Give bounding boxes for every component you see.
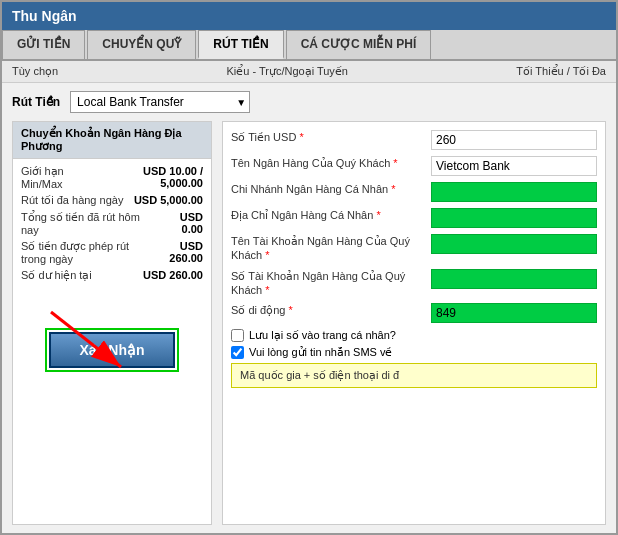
info-value-1: USD 10.00 / 5,000.00 xyxy=(103,165,203,190)
checkbox-luu-lai: Lưu lại số vào trang cá nhân? xyxy=(231,329,597,342)
input-so-tai-khoan[interactable] xyxy=(431,269,597,289)
confirm-button-container: Xác Nhận xyxy=(21,332,203,368)
rut-tien-row: Rút Tiền Local Bank Transfer ▼ xyxy=(12,91,606,113)
info-row-4: Số tiền được phép rút trong ngày USD 260… xyxy=(21,240,203,265)
info-row-2: Rút tối đa hàng ngày USD 5,000.00 xyxy=(21,194,203,207)
main-window: Thu Ngân GỬI TIỀN CHUYỂN QUỸ RÚT TIỀN CÁ… xyxy=(0,0,618,535)
tab-gui-tien[interactable]: GỬI TIỀN xyxy=(2,30,85,59)
label-ten-tai-khoan: Tên Tài Khoản Ngân Hàng Của Quý Khách * xyxy=(231,234,431,263)
checkbox-luu-lai-label: Lưu lại số vào trang cá nhân? xyxy=(249,329,396,342)
tab-chuyen-quy[interactable]: CHUYỂN QUỸ xyxy=(87,30,196,59)
confirm-area: Xác Nhận xyxy=(21,332,203,368)
form-row-so-tai-khoan: Số Tài Khoản Ngân Hàng Của Quý Khách * xyxy=(231,269,597,298)
checkbox-gui-sms-label: Vui lòng gửi tin nhắn SMS về xyxy=(249,346,393,359)
form-row-ten-ngan-hang: Tên Ngân Hàng Của Quý Khách * xyxy=(231,156,597,176)
info-label-1: Giới hạn Min/Max xyxy=(21,165,103,190)
form-row-dia-chi: Địa Chỉ Ngân Hàng Cá Nhân * xyxy=(231,208,597,228)
info-value-5: USD 260.00 xyxy=(143,269,203,282)
transfer-type-select-wrapper[interactable]: Local Bank Transfer ▼ xyxy=(70,91,250,113)
window-title: Thu Ngân xyxy=(12,8,77,24)
left-panel-header: Chuyển Khoản Ngân Hàng Địa Phương xyxy=(13,122,211,159)
sub-header: Tùy chọn Kiểu - Trực/Ngoại Tuyến Tối Thi… xyxy=(2,61,616,83)
sub-header-middle: Kiểu - Trực/Ngoại Tuyến xyxy=(226,65,348,78)
input-chi-nhanh[interactable] xyxy=(431,182,597,202)
label-so-tien: Số Tiền USD * xyxy=(231,130,431,144)
title-bar: Thu Ngân xyxy=(2,2,616,30)
info-label-4: Số tiền được phép rút trong ngày xyxy=(21,240,154,265)
sub-header-left: Tùy chọn xyxy=(12,65,58,78)
rut-tien-label: Rút Tiền xyxy=(12,95,60,109)
input-dia-chi[interactable] xyxy=(431,208,597,228)
tab-ca-cuoc[interactable]: CÁ CƯỢC MIỄN PHÍ xyxy=(286,30,432,59)
info-value-2: USD 5,000.00 xyxy=(134,194,203,207)
confirm-button[interactable]: Xác Nhận xyxy=(49,332,174,368)
sms-note: Mã quốc gia + số điện thoại di đ xyxy=(231,363,597,388)
form-row-so-tien: Số Tiền USD * xyxy=(231,130,597,150)
right-panel: Số Tiền USD * Tên Ngân Hàng Của Quý Khác… xyxy=(222,121,606,525)
input-ten-ngan-hang[interactable] xyxy=(431,156,597,176)
info-row-1: Giới hạn Min/Max USD 10.00 / 5,000.00 xyxy=(21,165,203,190)
main-area: Chuyển Khoản Ngân Hàng Địa Phương Giới h… xyxy=(12,121,606,525)
checkbox-gui-sms-input[interactable] xyxy=(231,346,244,359)
info-value-4: USD 260.00 xyxy=(154,240,203,265)
checkbox-gui-sms: Vui lòng gửi tin nhắn SMS về xyxy=(231,346,597,359)
form-row-chi-nhanh: Chi Nhánh Ngân Hàng Cá Nhân * xyxy=(231,182,597,202)
content-area: Rút Tiền Local Bank Transfer ▼ Chuyển Kh… xyxy=(2,83,616,533)
label-so-tai-khoan: Số Tài Khoản Ngân Hàng Của Quý Khách * xyxy=(231,269,431,298)
form-row-so-di-dong: Số di động * xyxy=(231,303,597,323)
transfer-type-select[interactable]: Local Bank Transfer xyxy=(70,91,250,113)
label-so-di-dong: Số di động * xyxy=(231,303,431,317)
info-value-3: USD 0.00 xyxy=(157,211,203,236)
info-label-3: Tổng số tiền đã rút hôm nay xyxy=(21,211,157,236)
left-panel: Chuyển Khoản Ngân Hàng Địa Phương Giới h… xyxy=(12,121,212,525)
form-row-ten-tai-khoan: Tên Tài Khoản Ngân Hàng Của Quý Khách * xyxy=(231,234,597,263)
info-label-5: Số dư hiện tại xyxy=(21,269,92,282)
info-row-3: Tổng số tiền đã rút hôm nay USD 0.00 xyxy=(21,211,203,236)
checkbox-luu-lai-input[interactable] xyxy=(231,329,244,342)
label-chi-nhanh: Chi Nhánh Ngân Hàng Cá Nhân * xyxy=(231,182,431,196)
input-so-tien[interactable] xyxy=(431,130,597,150)
label-dia-chi: Địa Chỉ Ngân Hàng Cá Nhân * xyxy=(231,208,431,222)
tab-bar: GỬI TIỀN CHUYỂN QUỸ RÚT TIỀN CÁ CƯỢC MIỄ… xyxy=(2,30,616,61)
label-ten-ngan-hang: Tên Ngân Hàng Của Quý Khách * xyxy=(231,156,431,170)
tab-rut-tien[interactable]: RÚT TIỀN xyxy=(198,30,283,59)
input-ten-tai-khoan[interactable] xyxy=(431,234,597,254)
info-row-5: Số dư hiện tại USD 260.00 xyxy=(21,269,203,282)
left-panel-body: Giới hạn Min/Max USD 10.00 / 5,000.00 Rú… xyxy=(13,159,211,374)
info-label-2: Rút tối đa hàng ngày xyxy=(21,194,123,207)
sub-header-right: Tối Thiểu / Tối Đa xyxy=(516,65,606,78)
input-so-di-dong[interactable] xyxy=(431,303,597,323)
